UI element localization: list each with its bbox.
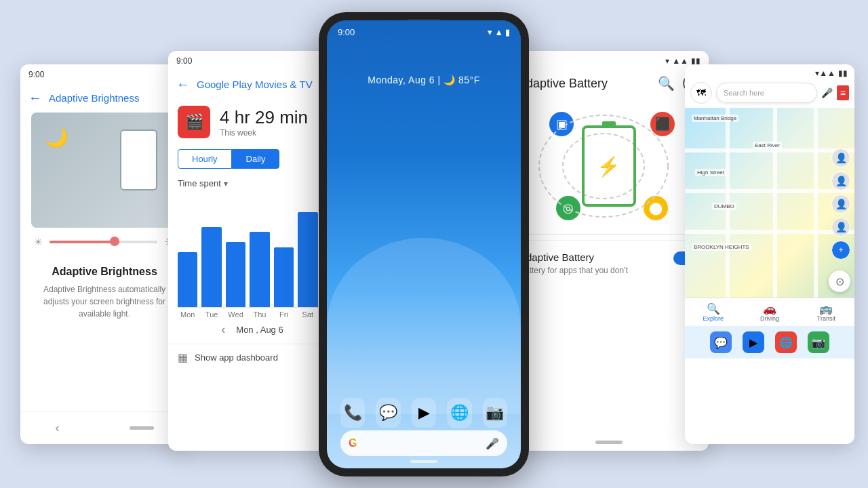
maps-search-bar[interactable]: Search here xyxy=(716,83,817,103)
battery-home-pill[interactable] xyxy=(595,441,623,444)
avatar-5-img: + xyxy=(832,241,850,259)
brightness-slider-row: ☀ ☀ xyxy=(20,228,189,256)
maps-tab-driving[interactable]: 🚗 Driving xyxy=(741,298,797,326)
explore-label: Explore xyxy=(703,315,724,322)
brightness-description: Adaptive Brightness automatically adjust… xyxy=(20,283,189,331)
map-label-brooklyn: BROOKLYN HEIGHTS xyxy=(692,243,751,251)
chart-label-Sat: Sat xyxy=(298,310,317,319)
battery-setting-desc2: en xyxy=(519,278,628,287)
chart-bar-Fri xyxy=(274,247,294,307)
battery-wifi-icon: ▾ xyxy=(665,56,669,66)
movies-tabs: Hourly Daily xyxy=(178,149,342,169)
wifi-icon: ▾ xyxy=(488,27,492,37)
chart-bar-Sat xyxy=(298,212,317,307)
maps-location-fab[interactable]: ⊙ xyxy=(829,270,850,292)
battery-header: Adaptive Battery 🔍 ? xyxy=(509,71,709,98)
battery-setting-info: Adaptive Battery Battery for apps that y… xyxy=(519,251,628,287)
battery-search-btn[interactable]: 🔍 xyxy=(658,75,675,92)
dashboard-text[interactable]: Show app dashboard xyxy=(195,352,278,363)
brightness-main-title: Adaptive Brightness xyxy=(20,256,189,283)
chart-label-Fri: Fri xyxy=(274,310,294,319)
time-spent-dropdown[interactable]: ▾ xyxy=(224,179,228,188)
brightness-slider-track[interactable] xyxy=(50,241,157,243)
tab-daily[interactable]: Daily xyxy=(232,149,280,169)
brightness-low-icon: ☀ xyxy=(34,237,43,247)
brightness-back-btn[interactable]: ← xyxy=(28,90,42,106)
dock-camera-icon[interactable]: 📷 xyxy=(483,398,507,428)
maps-avatar-3: 👤 xyxy=(831,195,850,214)
movies-time: 9:00 xyxy=(176,56,192,66)
chart-label-Thu: Thu xyxy=(250,310,269,319)
brightness-home-pill[interactable] xyxy=(130,426,154,430)
phone-dock: 📞 💬 ▶ 🌐 📷 xyxy=(327,398,521,428)
map-label-manhattan: Manhattan Bridge xyxy=(692,115,738,122)
movies-app-icon: 🎬 xyxy=(178,106,210,138)
moon-icon: 🌙 xyxy=(45,126,68,148)
avatar-2-img: 👤 xyxy=(832,172,850,190)
phone-shell: 9:00 ▾ ▲ ▮ Monday, Aug 6 | 🌙 85°F 📞 💬 ▶ … xyxy=(319,12,529,476)
maps-bottom-chrome[interactable]: 🌐 xyxy=(775,331,797,353)
dock-messages-icon[interactable]: 💬 xyxy=(376,398,400,428)
brightness-bottom-nav: ‹ xyxy=(20,411,189,444)
maps-bottom-play[interactable]: ▶ xyxy=(743,331,764,353)
movies-prev-btn[interactable]: ‹ xyxy=(221,323,225,337)
chart-bar-Mon xyxy=(178,252,197,307)
maps-signal-icon: ▾▲▲ xyxy=(815,68,835,78)
dock-chrome-icon[interactable]: 🌐 xyxy=(447,398,471,428)
maps-avatar-col: 👤 👤 👤 👤 + xyxy=(831,148,850,260)
phone-search-bar[interactable]: G 🎤 xyxy=(340,430,507,456)
transit-icon: 🚌 xyxy=(819,302,833,315)
dock-play-icon[interactable]: ▶ xyxy=(412,398,436,428)
battery-status-bar: ▾ ▲▲ ▮▮ xyxy=(509,51,709,71)
movies-back-btn[interactable]: ← xyxy=(176,77,190,92)
brightness-nav-back[interactable]: ‹ xyxy=(56,421,60,435)
maps-bottom-camera[interactable]: 📷 xyxy=(808,331,829,353)
dock-phone-icon[interactable]: 📞 xyxy=(340,398,365,428)
phone-date-weather: Monday, Aug 6 | 🌙 85°F xyxy=(327,75,521,85)
map-road-3 xyxy=(685,230,854,234)
maps-bottom-messages[interactable]: 💬 xyxy=(710,331,732,353)
tab-hourly[interactable]: Hourly xyxy=(178,149,232,169)
brightness-slider-thumb[interactable] xyxy=(110,237,119,246)
center-phone: 9:00 ▾ ▲ ▮ Monday, Aug 6 | 🌙 85°F 📞 💬 ▶ … xyxy=(319,12,529,476)
maps-mic-btn[interactable]: 🎤 xyxy=(821,87,833,98)
maps-search-placeholder: Search here xyxy=(724,89,764,97)
chart-label-Wed: Wed xyxy=(226,310,245,319)
brightness-slider-fill xyxy=(50,241,119,243)
phone-blob xyxy=(327,238,521,414)
driving-label: Driving xyxy=(760,315,779,322)
maps-tab-transit[interactable]: 🚌 Transit xyxy=(798,298,854,326)
phone-screen: 9:00 ▾ ▲ ▮ Monday, Aug 6 | 🌙 85°F 📞 💬 ▶ … xyxy=(327,20,521,468)
maps-tab-explore[interactable]: 🔍 Explore xyxy=(685,298,741,326)
dashboard-icon: ▦ xyxy=(178,351,188,364)
battery-header-title: Adaptive Battery xyxy=(518,77,608,91)
transit-label: Transit xyxy=(817,315,835,322)
map-road-v2 xyxy=(773,108,777,298)
chart-label-Tue: Tue xyxy=(201,310,221,319)
map-label-highst: High Street xyxy=(695,169,726,176)
battery-lightning: ⚡ xyxy=(597,155,620,178)
avatar-1-img: 👤 xyxy=(832,149,850,167)
maps-menu-btn[interactable]: ≡ xyxy=(837,85,849,100)
brightness-room-bg: 🌙 xyxy=(31,113,178,228)
map-area: Manhattan Bridge High Street DUMBO BROOK… xyxy=(685,108,854,298)
mic-icon[interactable]: 🎤 xyxy=(486,437,499,450)
phone-signal-icons: ▾ ▲ ▮ xyxy=(488,27,510,37)
brightness-hero-image: 🌙 xyxy=(31,113,178,228)
maps-avatar-2: 👤 xyxy=(831,171,850,190)
maps-status-bar: ▾▲▲ ▮▮ xyxy=(685,64,854,82)
phone-home-pill[interactable] xyxy=(410,460,437,463)
phone-time: 9:00 xyxy=(338,27,355,37)
chart-bars xyxy=(178,199,342,308)
maps-bottom-bar: 💬 ▶ 🌐 📷 xyxy=(685,326,854,359)
time-spent-label: Time spent xyxy=(178,178,221,188)
brightness-header: ← Adaptive Brightness xyxy=(20,85,189,113)
brightness-phone-mock xyxy=(120,129,157,190)
maps-bottom-tabs: 🔍 Explore 🚗 Driving 🚌 Transit xyxy=(685,298,854,326)
chart-bar-Thu xyxy=(250,232,269,307)
google-g-logo: G xyxy=(349,437,357,449)
maps-avatar-4: 👤 xyxy=(831,218,850,237)
battery-top-cap xyxy=(602,121,616,127)
driving-icon: 🚗 xyxy=(763,302,776,315)
map-label-dumbo: DUMBO xyxy=(712,203,736,210)
